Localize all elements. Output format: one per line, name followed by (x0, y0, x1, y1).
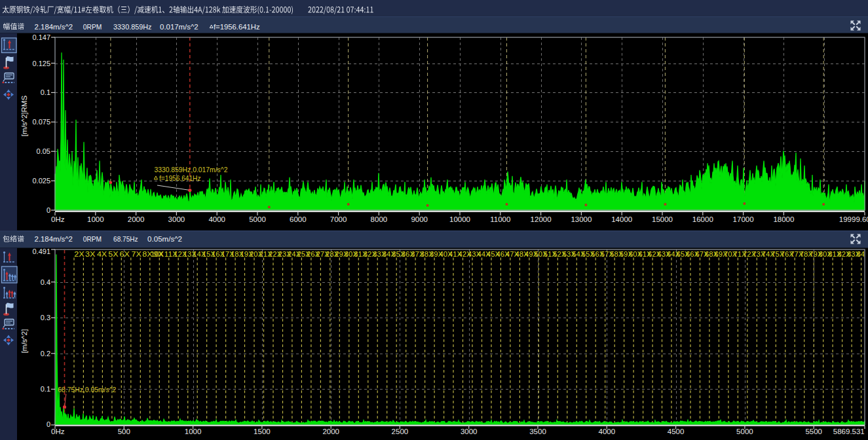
svg-text:4000: 4000 (208, 215, 225, 223)
svg-text:68.75Hz,0.05m/s^2: 68.75Hz,0.05m/s^2 (58, 386, 116, 394)
svg-text:0.2: 0.2 (41, 350, 50, 358)
svg-text:500: 500 (118, 428, 130, 435)
svg-text:3330.859Hz: 3330.859Hz (113, 23, 152, 31)
svg-text:3000: 3000 (461, 428, 478, 435)
svg-text:2500: 2500 (392, 428, 409, 435)
svg-text:2000: 2000 (322, 428, 339, 435)
svg-text:3330.859Hz,0.017m/s^2: 3330.859Hz,0.017m/s^2 (154, 166, 227, 174)
svg-text:1000: 1000 (185, 428, 202, 435)
svg-text:0: 0 (47, 420, 50, 428)
svg-text:11000: 11000 (490, 215, 510, 223)
svg-text:7X: 7X (132, 250, 142, 258)
svg-text:3500: 3500 (529, 428, 546, 435)
svg-text:16000: 16000 (692, 215, 713, 223)
svg-text:0.025: 0.025 (32, 177, 50, 185)
svg-text:[m/s^2]RMS: [m/s^2]RMS (20, 96, 28, 137)
svg-text:0.491: 0.491 (32, 248, 50, 255)
svg-text:18000: 18000 (773, 215, 794, 223)
svg-text:14000: 14000 (611, 215, 632, 223)
svg-text:5X: 5X (108, 250, 118, 258)
svg-text:0Hz: 0Hz (51, 428, 65, 435)
svg-text:[m/s^2]: [m/s^2] (20, 329, 28, 354)
svg-text:7000: 7000 (330, 215, 347, 223)
svg-text:5000: 5000 (249, 215, 266, 223)
svg-text:0Hz: 0Hz (51, 215, 65, 223)
svg-text:2X: 2X (74, 250, 84, 258)
svg-text:3X: 3X (85, 250, 95, 258)
svg-text:17000: 17000 (733, 215, 754, 223)
svg-text:0.3: 0.3 (41, 314, 50, 321)
svg-text:f=1956.641Hz: f=1956.641Hz (159, 174, 201, 182)
svg-text:0RPM: 0RPM (83, 235, 102, 243)
svg-text:0.1: 0.1 (41, 88, 50, 96)
svg-text:0.147: 0.147 (32, 33, 50, 41)
svg-text:10X: 10X (151, 250, 164, 258)
svg-text:2.184m/s^2: 2.184m/s^2 (35, 235, 73, 243)
svg-text:2.184m/s^2: 2.184m/s^2 (35, 23, 73, 31)
svg-text:2000: 2000 (128, 215, 145, 223)
svg-text:0.05: 0.05 (37, 147, 50, 155)
svg-text:5500: 5500 (805, 428, 822, 435)
svg-text:4X: 4X (97, 250, 107, 258)
svg-text:6X: 6X (120, 250, 130, 258)
svg-text:1000: 1000 (87, 215, 104, 223)
svg-text:0.05m/s^2: 0.05m/s^2 (147, 235, 182, 243)
svg-text:3000: 3000 (168, 215, 185, 223)
svg-text:5000: 5000 (736, 428, 753, 435)
svg-text:68.75Hz: 68.75Hz (113, 235, 138, 243)
svg-text:6000: 6000 (290, 215, 307, 223)
svg-text:19999.609: 19999.609 (839, 215, 868, 223)
svg-text:f=1956.641Hz: f=1956.641Hz (214, 23, 260, 31)
svg-text:0.075: 0.075 (32, 118, 50, 126)
svg-text:0.1: 0.1 (41, 385, 50, 393)
svg-text:0RPM: 0RPM (83, 23, 102, 31)
svg-text:8000: 8000 (371, 215, 388, 223)
svg-text:15000: 15000 (652, 215, 673, 223)
svg-text:0: 0 (47, 206, 50, 214)
svg-text:13000: 13000 (571, 215, 592, 223)
svg-text:0.4: 0.4 (41, 278, 50, 286)
svg-text:0.125: 0.125 (32, 60, 50, 67)
svg-text:12000: 12000 (531, 215, 552, 223)
svg-text:9000: 9000 (411, 215, 428, 223)
svg-text:4500: 4500 (668, 428, 685, 435)
svg-text:1500: 1500 (254, 428, 271, 435)
svg-text:4000: 4000 (599, 428, 616, 435)
svg-text:10000: 10000 (449, 215, 470, 223)
svg-text:0.017m/s^2: 0.017m/s^2 (160, 23, 198, 31)
svg-text:5869.531: 5869.531 (833, 428, 865, 435)
